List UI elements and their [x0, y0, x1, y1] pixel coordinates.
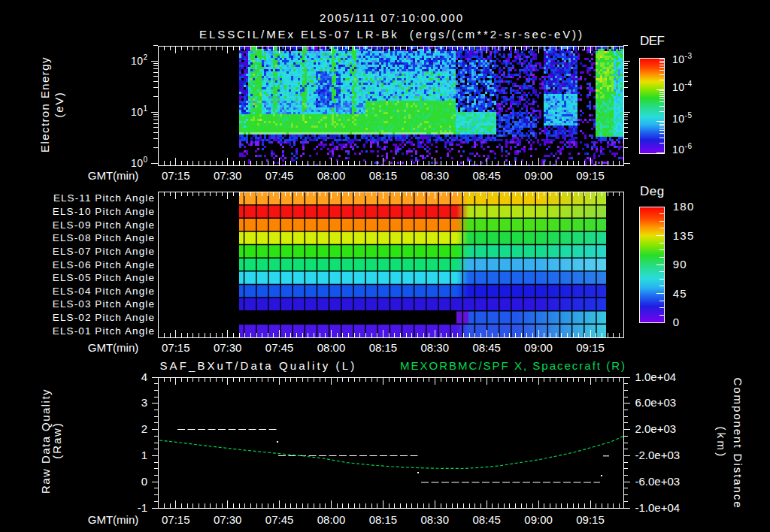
svg-text:(km): (km): [715, 427, 728, 459]
svg-text:07:15: 07:15: [162, 513, 190, 526]
svg-text:45: 45: [673, 287, 687, 300]
svg-text:90: 90: [673, 258, 687, 271]
svg-text:07:15: 07:15: [162, 341, 190, 354]
svg-text:08:00: 08:00: [317, 513, 346, 526]
svg-text:08:00: 08:00: [317, 341, 346, 354]
svg-text:ELSSCIL/MEx ELS-07 LR-Bk (erg: ELSSCIL/MEx ELS-07 LR-Bk (ergs/(cm**2-sr…: [199, 28, 584, 41]
svg-text:MEXORBMC/SPF X, Spacecraft (R): MEXORBMC/SPF X, Spacecraft (R): [400, 359, 626, 372]
svg-text:4: 4: [141, 370, 147, 383]
svg-text:ELS-04 Pitch Angle: ELS-04 Pitch Angle: [53, 286, 155, 297]
svg-text:-6.0e+03: -6.0e+03: [635, 475, 681, 488]
svg-text:135: 135: [673, 229, 695, 242]
svg-text:09:00: 09:00: [524, 169, 553, 182]
svg-text:ELS-11 Pitch Angle: ELS-11 Pitch Angle: [53, 192, 155, 204]
svg-text:08:15: 08:15: [369, 513, 398, 526]
svg-text:ELS-03 Pitch Angle: ELS-03 Pitch Angle: [53, 298, 155, 310]
svg-text:3: 3: [141, 396, 147, 409]
svg-text:SAF_BXuT/Data Quality (L): SAF_BXuT/Data Quality (L): [160, 359, 357, 372]
svg-text:08:00: 08:00: [317, 169, 346, 182]
svg-text:(Raw): (Raw): [50, 422, 63, 459]
svg-text:GMT(min): GMT(min): [88, 513, 139, 526]
svg-text:Electron Energy: Electron Energy: [38, 56, 51, 153]
svg-text:07:30: 07:30: [214, 341, 242, 354]
svg-text:ELS-07 Pitch Angle: ELS-07 Pitch Angle: [53, 246, 155, 257]
svg-text:07:45: 07:45: [265, 513, 294, 526]
svg-text:6.0e+03: 6.0e+03: [635, 396, 677, 409]
svg-text:08:30: 08:30: [421, 169, 450, 182]
svg-text:Deg: Deg: [640, 184, 665, 198]
svg-text:2.0e+03: 2.0e+03: [635, 422, 677, 435]
svg-text:180: 180: [673, 200, 695, 213]
svg-text:1.0e+04: 1.0e+04: [635, 370, 677, 383]
svg-text:GMT(min): GMT(min): [88, 341, 139, 354]
svg-text:09:15: 09:15: [576, 513, 605, 526]
svg-text:ELS-02 Pitch Angle: ELS-02 Pitch Angle: [53, 312, 155, 323]
svg-text:ELS-09 Pitch Angle: ELS-09 Pitch Angle: [53, 219, 155, 231]
svg-text:1: 1: [141, 449, 147, 461]
svg-text:09:00: 09:00: [524, 513, 553, 526]
svg-text:-2.0e+03: -2.0e+03: [635, 449, 681, 461]
svg-text:07:45: 07:45: [265, 341, 294, 354]
svg-text:09:15: 09:15: [576, 341, 605, 354]
svg-text:09:00: 09:00: [524, 341, 553, 354]
svg-text:-1.0e+04: -1.0e+04: [635, 501, 681, 514]
svg-text:ELS-05 Pitch Angle: ELS-05 Pitch Angle: [53, 272, 155, 283]
svg-text:2005/111 07:10:00.000: 2005/111 07:10:00.000: [320, 11, 464, 24]
svg-text:07:30: 07:30: [214, 513, 242, 526]
svg-text:ELS-01 Pitch Angle: ELS-01 Pitch Angle: [53, 325, 155, 337]
svg-text:GMT(min): GMT(min): [88, 169, 139, 182]
svg-text:ELS-08 Pitch Angle: ELS-08 Pitch Angle: [53, 232, 155, 243]
svg-text:08:30: 08:30: [421, 341, 450, 354]
svg-text:08:45: 08:45: [472, 513, 501, 526]
svg-text:2: 2: [141, 422, 147, 435]
svg-text:-1: -1: [138, 501, 147, 514]
svg-text:Component Distance: Component Distance: [732, 377, 744, 509]
svg-text:08:15: 08:15: [369, 341, 398, 354]
svg-text:08:45: 08:45: [472, 341, 501, 354]
svg-text:08:15: 08:15: [369, 169, 398, 182]
svg-text:DEF: DEF: [640, 34, 665, 48]
svg-text:09:15: 09:15: [576, 169, 605, 182]
svg-text:07:45: 07:45: [265, 169, 294, 182]
svg-text:(eV): (eV): [53, 92, 65, 118]
svg-text:0: 0: [673, 316, 681, 328]
svg-text:ELS-10 Pitch Angle: ELS-10 Pitch Angle: [53, 206, 155, 217]
svg-text:ELS-06 Pitch Angle: ELS-06 Pitch Angle: [53, 259, 155, 271]
svg-text:0: 0: [141, 475, 147, 488]
svg-text:08:45: 08:45: [472, 169, 501, 182]
svg-text:07:15: 07:15: [162, 169, 190, 182]
svg-text:08:30: 08:30: [421, 513, 450, 526]
svg-text:07:30: 07:30: [214, 169, 242, 182]
